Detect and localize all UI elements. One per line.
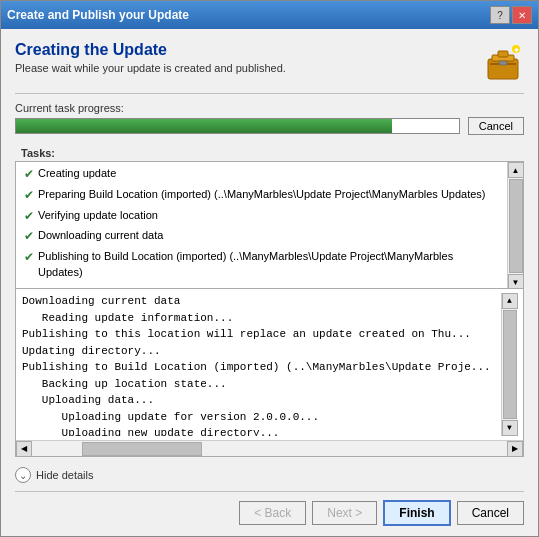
header-section: Creating the Update Please wait while yo… [15,41,524,83]
task-item: ✔ Publishing to Build Location (imported… [20,247,503,282]
cancel-button[interactable]: Cancel [457,501,524,525]
hscroll-left[interactable]: ◀ [16,441,32,457]
cancel-progress-button[interactable]: Cancel [468,117,524,135]
content-area: Creating the Update Please wait while yo… [1,29,538,536]
progress-section: Current task progress: Cancel [15,102,524,135]
progress-row: Cancel [15,117,524,135]
header-text: Creating the Update Please wait while yo… [15,41,482,74]
hide-details-label: Hide details [36,469,93,481]
details-content: Downloading current data Reading update … [16,289,523,440]
details-scroll-thumb[interactable] [503,310,517,419]
scroll-thumb[interactable] [509,179,523,273]
horizontal-scrollbar: ◀ ▶ [16,440,523,456]
task-item: ✔ Downloading current data [20,226,503,247]
hscroll-thumb[interactable] [82,442,202,456]
help-button[interactable]: ? [490,6,510,24]
check-icon-1: ✔ [24,166,34,183]
title-bar-buttons: ? ✕ [490,6,532,24]
close-button[interactable]: ✕ [512,6,532,24]
svg-text:✦: ✦ [513,46,520,55]
button-row: < Back Next > Finish Cancel [15,496,524,528]
header-icon: ✦ [482,41,524,83]
task-item: ✔ Creating update [20,164,503,185]
task-item: ✔ Preparing Build Location (imported) (.… [20,185,503,206]
page-subtitle: Please wait while your update is created… [15,62,482,74]
back-button[interactable]: < Back [239,501,306,525]
header-divider [15,93,524,94]
hide-details-row[interactable]: ⌄ Hide details [15,463,524,487]
details-text: Downloading current data Reading update … [22,293,501,436]
details-scrollbar: ▲ ▼ [501,293,517,436]
hscroll-right[interactable]: ▶ [507,441,523,457]
details-scroll-up[interactable]: ▲ [502,293,518,309]
svg-rect-2 [498,51,508,57]
window-title: Create and Publish your Update [7,8,490,22]
details-section: Downloading current data Reading update … [15,288,524,457]
task-item: ✔ Verifying update location [20,206,503,227]
main-window: Create and Publish your Update ? ✕ Creat… [0,0,539,537]
check-icon-3: ✔ [24,208,34,225]
task-label-5: Publishing to Build Location (imported) … [38,249,499,280]
check-icon-2: ✔ [24,187,34,204]
task-label-3: Verifying update location [38,208,158,223]
details-scroll-down[interactable]: ▼ [502,420,518,436]
hide-details-icon: ⌄ [15,467,31,483]
check-icon-5: ✔ [24,249,34,266]
task-label-4: Downloading current data [38,228,163,243]
progress-fill [16,119,392,133]
scroll-down-arrow[interactable]: ▼ [508,274,524,288]
scroll-up-arrow[interactable]: ▲ [508,162,524,178]
tasks-list: ✔ Creating update ✔ Preparing Build Loca… [16,162,507,288]
next-button[interactable]: Next > [312,501,377,525]
tasks-scrollbar: ▲ ▼ [507,162,523,288]
progress-bar [15,118,460,134]
tasks-section: Tasks: ✔ Creating update ✔ Preparing Bui… [15,143,524,288]
task-label-1: Creating update [38,166,116,181]
finish-button[interactable]: Finish [383,500,450,526]
hscroll-area [32,441,507,457]
svg-rect-4 [499,61,507,65]
progress-label: Current task progress: [15,102,524,114]
page-title: Creating the Update [15,41,482,59]
title-bar: Create and Publish your Update ? ✕ [1,1,538,29]
tasks-label: Tasks: [15,143,524,161]
bottom-divider [15,491,524,492]
tasks-list-container: ✔ Creating update ✔ Preparing Build Loca… [15,161,524,288]
task-label-2: Preparing Build Location (imported) (..\… [38,187,486,202]
check-icon-4: ✔ [24,228,34,245]
